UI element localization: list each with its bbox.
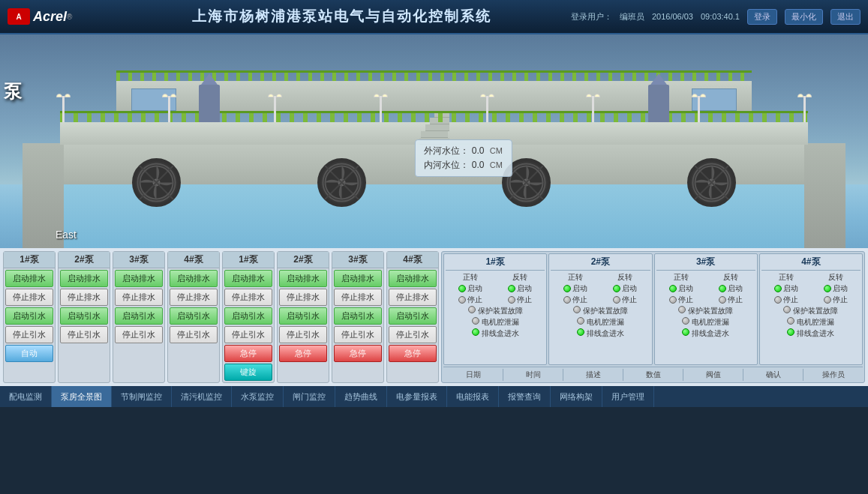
pump-e3-stop-draw[interactable]: 停止引水 — [334, 326, 382, 343]
pump1-fault1-dot — [468, 306, 476, 313]
pump4-start-dot — [774, 285, 782, 292]
emergency-pump-controls: 1#泵 启动排水 停止排水 启动引水 停止引水 急停 键旋 2#泵 启动排水 停… — [222, 251, 439, 383]
header: A Acrel ® 上海市杨树浦港泵站电气与自动化控制系统 登录用户： 编班员 … — [0, 0, 868, 34]
status-pump1-stop-row: 停止 停止 — [446, 295, 545, 305]
footer-threshold: 阀值 — [683, 369, 743, 381]
pump3-start-drain[interactable]: 启动排水 — [115, 270, 163, 287]
pump-e2-stop-drain[interactable]: 停止排水 — [279, 289, 327, 306]
tab-pump-monitor[interactable]: 水泵监控 — [232, 386, 284, 407]
reverse-label-4: 反转 — [828, 272, 843, 283]
login-label: 登录用户： — [571, 11, 612, 22]
tab-pump-overview[interactable]: 泵房全景图 — [52, 386, 112, 407]
bridge-rail — [60, 111, 808, 122]
pump3-start-draw[interactable]: 启动引水 — [115, 307, 163, 325]
forward-label-4: 正转 — [779, 272, 794, 283]
pump-e2-start-draw[interactable]: 启动引水 — [279, 307, 327, 325]
pump4-start-draw[interactable]: 启动引水 — [170, 307, 218, 325]
outer-water-value: 0.0 — [472, 145, 485, 156]
tab-gate-control[interactable]: 节制闸监控 — [112, 386, 172, 407]
pump-e1-start-draw[interactable]: 启动引水 — [224, 307, 272, 325]
pump3-start-ind-r: 启动 — [719, 283, 743, 294]
pump3-stop-draw[interactable]: 停止引水 — [115, 326, 163, 343]
pump-e3-stop-drain[interactable]: 停止排水 — [334, 289, 382, 306]
tab-gate-monitor[interactable]: 闸门监控 — [284, 386, 335, 407]
status-pump1-start-row: 启动 启动 — [446, 283, 545, 294]
status-pump2-start-row: 启动 启动 — [551, 283, 650, 294]
pump-e4-stop-drain[interactable]: 停止排水 — [389, 289, 437, 306]
pump3-stop-drain[interactable]: 停止排水 — [115, 289, 163, 306]
forward-label-3: 正转 — [674, 272, 689, 283]
tab-cleaner-monitor[interactable]: 清污机监控 — [172, 386, 232, 407]
pump1-stop-drain[interactable]: 停止排水 — [5, 289, 53, 306]
pump2-start-draw[interactable]: 启动引水 — [60, 307, 108, 325]
status-pump3-direction-headers: 正转 反转 — [656, 272, 755, 283]
status-col-2: 2#泵 正转 反转 启动 启动 停止 停止 保护装置故障 — [548, 253, 652, 365]
pump4-stop-ind-r: 停止 — [824, 295, 848, 305]
status-columns: 1#泵 正转 反转 启动 启动 停止 停止 保护装置故障 — [443, 253, 863, 365]
pump-e1-keyswitch[interactable]: 键旋 — [224, 364, 272, 381]
pump-e1-stop-drain[interactable]: 停止排水 — [224, 289, 272, 306]
pump1-stop-label: 停止 — [467, 295, 482, 305]
outer-water-row: 外河水位： 0.0 CM — [424, 145, 502, 157]
pump-e4-start-drain[interactable]: 启动排水 — [389, 270, 437, 287]
pump3-stop-dot — [669, 296, 677, 304]
pump4-fault1: 保护装置故障 — [761, 306, 860, 316]
pump1-stop-dot-r — [508, 296, 515, 304]
status-pump4-stop-row: 停止 停止 — [761, 295, 860, 305]
minimize-button[interactable]: 最小化 — [785, 9, 823, 25]
pump4-stop-drain[interactable]: 停止排水 — [170, 289, 218, 306]
pump4-start-drain[interactable]: 启动排水 — [170, 270, 218, 287]
pump2-stop-drain[interactable]: 停止排水 — [60, 289, 108, 306]
logo-registered: ® — [67, 13, 72, 21]
pump4-stop-draw[interactable]: 停止引水 — [170, 326, 218, 343]
pump3-start-label: 启动 — [678, 283, 693, 294]
pump1-auto[interactable]: 自动 — [5, 345, 53, 362]
reverse-label-2: 反转 — [617, 272, 632, 283]
pump-e2-start-drain[interactable]: 启动排水 — [279, 270, 327, 287]
pump-ectrl-2: 2#泵 启动排水 停止排水 启动引水 停止引水 急停 — [277, 251, 329, 383]
tab-power-monitor[interactable]: 配电监测 — [0, 386, 52, 407]
pump1-start-drain[interactable]: 启动排水 — [5, 270, 53, 287]
pump-e3-start-drain[interactable]: 启动排水 — [334, 270, 382, 287]
pump-e4-stop-draw[interactable]: 停止引水 — [389, 326, 437, 343]
pump4-start-ind-r: 启动 — [824, 283, 848, 294]
pump3-start-dot — [669, 285, 677, 292]
pump-e2-stop-draw[interactable]: 停止引水 — [279, 326, 327, 343]
tab-trend-curve[interactable]: 趋势曲线 — [335, 386, 387, 407]
pump-3-label: 3#泵 — [113, 252, 164, 268]
logo-box: A — [8, 8, 30, 25]
pump1-stop-draw[interactable]: 停止引水 — [5, 326, 53, 343]
pump-e2-emergency[interactable]: 急停 — [279, 345, 327, 362]
pump2-start-drain[interactable]: 启动排水 — [60, 270, 108, 287]
login-button[interactable]: 登录 — [747, 9, 777, 25]
tab-energy-report[interactable]: 电能报表 — [447, 386, 499, 407]
fan-blade-2 — [321, 162, 362, 203]
pump1-stop-label-r: 停止 — [517, 295, 532, 305]
footer-value: 数值 — [623, 369, 683, 381]
page-title: 上海市杨树浦港泵站电气与自动化控制系统 — [113, 7, 571, 26]
pump-e1-emergency[interactable]: 急停 — [224, 345, 272, 362]
pump2-fault2-text: 电机腔泄漏 — [587, 318, 624, 326]
pump-e3-start-draw[interactable]: 启动引水 — [334, 307, 382, 325]
pump-e1-start-drain[interactable]: 启动排水 — [224, 270, 272, 287]
tab-network-arch[interactable]: 网络构架 — [551, 386, 602, 407]
pump1-start-draw[interactable]: 启动引水 — [5, 307, 53, 325]
exit-button[interactable]: 退出 — [830, 9, 860, 25]
pump3-stop-ind: 停止 — [669, 295, 693, 305]
pump-e4-start-draw[interactable]: 启动引水 — [389, 307, 437, 325]
pump-e3-emergency[interactable]: 急停 — [334, 345, 382, 362]
tab-user-management[interactable]: 用户管理 — [602, 386, 654, 407]
svg-text:A: A — [16, 13, 21, 21]
status-col-1: 1#泵 正转 反转 启动 启动 停止 停止 保护装置故障 — [443, 253, 547, 365]
tab-alarm-query[interactable]: 报警查询 — [499, 386, 551, 407]
pump-e4-emergency[interactable]: 急停 — [389, 345, 437, 362]
pump4-stop-label-r: 停止 — [833, 295, 848, 305]
pump1-start-ind: 启动 — [458, 283, 482, 294]
building-right — [692, 88, 737, 111]
pump2-stop-draw[interactable]: 停止引水 — [60, 326, 108, 343]
pump-e1-label: 1#泵 — [223, 252, 274, 268]
status-col-3: 3#泵 正转 反转 启动 启动 停止 停止 保护装置故障 — [654, 253, 758, 365]
tab-electric-report[interactable]: 电参量报表 — [387, 386, 447, 407]
status-pump2-stop-row: 停止 停止 — [551, 295, 650, 305]
pump-e1-stop-draw[interactable]: 停止引水 — [224, 326, 272, 343]
